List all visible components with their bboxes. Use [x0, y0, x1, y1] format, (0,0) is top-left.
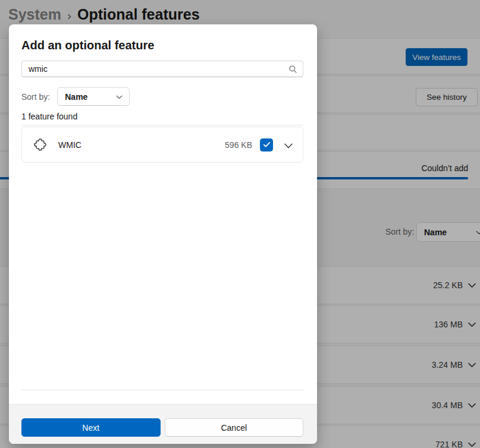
feature-checkbox[interactable]: [260, 138, 273, 152]
dialog-title: Add an optional feature: [21, 39, 154, 52]
search-input[interactable]: [21, 61, 303, 77]
search-box: [21, 61, 303, 77]
settings-window: System › Optional features View features…: [0, 0, 480, 448]
sort-value: Name: [65, 92, 87, 102]
puzzle-piece-icon: [33, 137, 48, 152]
feature-name: WMIC: [58, 140, 81, 150]
feature-size: 596 KB: [225, 140, 252, 150]
feature-result-row[interactable]: WMIC 596 KB: [21, 127, 303, 163]
cancel-button[interactable]: Cancel: [165, 418, 304, 437]
divider: [21, 125, 303, 125]
next-button[interactable]: Next: [21, 418, 161, 437]
divider: [21, 390, 303, 390]
chevron-down-icon: [116, 95, 123, 99]
dialog-footer: Next Cancel: [9, 404, 317, 444]
checkmark-icon: [263, 141, 271, 148]
chevron-down-icon[interactable]: [284, 141, 293, 149]
results-count: 1 feature found: [21, 112, 77, 121]
sort-by-label: Sort by:: [21, 92, 50, 102]
sort-dropdown[interactable]: Name: [57, 87, 130, 106]
dialog-sort-row: Sort by: Name: [21, 87, 130, 106]
add-optional-feature-dialog: Add an optional feature Sort by: Name 1 …: [9, 24, 317, 444]
